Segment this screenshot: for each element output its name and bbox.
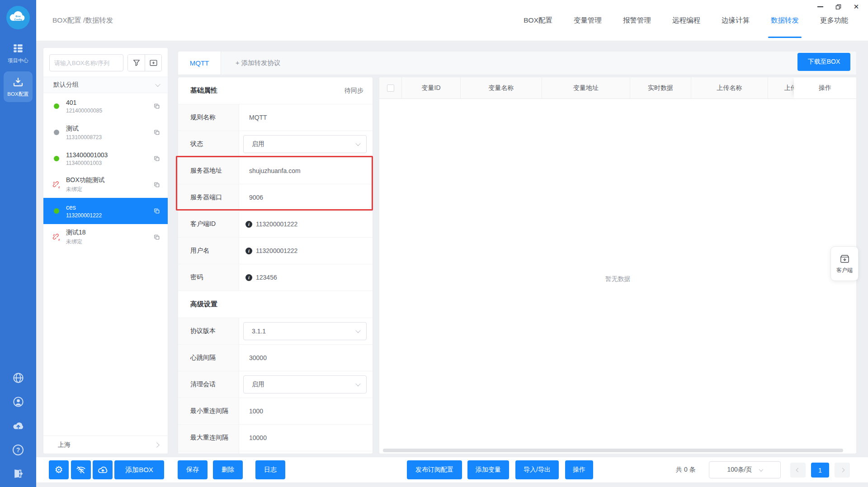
unbound-broken-link-icon xyxy=(52,233,61,242)
field-value[interactable]: 1000 xyxy=(249,407,263,415)
field-value[interactable]: shujuzhuanfa.com xyxy=(249,167,301,174)
minimize-icon[interactable] xyxy=(811,0,829,14)
operation-button[interactable]: 操作 xyxy=(565,460,593,479)
sidebar-item-project-center[interactable]: 项目中心 xyxy=(0,42,36,64)
section-title: 基础属性 xyxy=(190,86,217,95)
copy-icon[interactable] xyxy=(153,103,160,110)
restore-icon[interactable] xyxy=(829,0,847,14)
nav-tab-4[interactable]: 边缘计算 xyxy=(722,0,750,41)
wifi-off-icon xyxy=(76,465,86,475)
select-状态[interactable]: 启用 xyxy=(243,135,367,153)
select-value: 启用 xyxy=(252,380,264,389)
copy-icon[interactable] xyxy=(153,207,160,215)
field-value[interactable]: 10000 xyxy=(249,434,267,441)
status-online-dot xyxy=(54,103,59,109)
nav-tab-0[interactable]: BOX配置 xyxy=(524,0,552,41)
add-box-button[interactable]: 添加BOX xyxy=(114,460,164,479)
copy-icon[interactable] xyxy=(153,181,160,188)
region-row[interactable]: 上海 xyxy=(43,435,168,454)
add-variable-button[interactable]: 添加变量 xyxy=(467,460,509,479)
chevron-down-icon xyxy=(355,381,360,386)
add-protocol-tab[interactable]: + 添加转发协议 xyxy=(236,52,281,75)
box-list-item[interactable]: 测试18未绑定 xyxy=(43,224,168,250)
prev-page-button[interactable] xyxy=(790,463,806,478)
group-header[interactable]: 默认分组 xyxy=(43,77,168,93)
field-value-cell: i123456 xyxy=(239,264,373,290)
client-download-box-icon xyxy=(839,253,851,264)
scrollbar-thumb[interactable] xyxy=(383,449,843,452)
next-page-button[interactable] xyxy=(835,463,850,478)
globe-icon[interactable] xyxy=(12,372,24,384)
log-button[interactable]: 日志 xyxy=(255,460,285,479)
info-icon[interactable]: i xyxy=(245,221,252,228)
mqtt-config-form: 基础属性待同步规则名称MQTT状态启用服务器地址shujuzhuanfa.com… xyxy=(178,77,373,454)
copy-icon[interactable] xyxy=(153,234,160,241)
page-size-select[interactable]: 100条/页 xyxy=(709,461,781,478)
close-icon[interactable]: ✕ xyxy=(847,0,865,14)
section-header-0: 基础属性待同步 xyxy=(178,77,373,104)
field-value[interactable]: 113200001222 xyxy=(256,247,297,254)
box-status xyxy=(52,155,61,163)
save-button[interactable]: 保存 xyxy=(178,460,208,479)
form-row: 状态启用 xyxy=(178,131,373,158)
network-button[interactable] xyxy=(71,460,91,479)
svg-text:Config: Config xyxy=(14,18,22,21)
settings-button[interactable]: ⚙ xyxy=(49,460,69,479)
client-float-label: 客户端 xyxy=(836,267,853,274)
table-header-row: 变量ID变量名称变量地址实时数据上传名称上传 xyxy=(379,77,856,99)
box-list-item[interactable]: 测试113100008723 xyxy=(43,119,168,145)
form-row: 规则名称MQTT xyxy=(178,104,373,131)
app-logo[interactable]: Box Config xyxy=(6,5,30,30)
sidebar-item-box-config[interactable]: BOX配置 xyxy=(4,71,33,102)
box-list-item[interactable]: 113400001003113400001003 xyxy=(43,145,168,172)
box-serial: 未绑定 xyxy=(66,186,168,193)
field-value[interactable]: 9006 xyxy=(249,194,263,201)
field-value-cell: 10000 xyxy=(239,425,373,451)
filter-button[interactable] xyxy=(128,55,145,71)
client-float-button[interactable]: 客户端 xyxy=(830,246,859,281)
field-value-cell: 9006 xyxy=(239,184,373,211)
user-icon[interactable] xyxy=(12,396,24,408)
nav-tab-2[interactable]: 报警管理 xyxy=(623,0,651,41)
box-serial: 121400000085 xyxy=(66,108,168,114)
download-tray-icon xyxy=(12,77,24,88)
info-icon[interactable]: i xyxy=(245,274,252,281)
import-export-button[interactable]: 导入/导出 xyxy=(515,460,559,479)
form-row: 心跳间隔30000 xyxy=(178,345,373,371)
copy-icon[interactable] xyxy=(153,155,160,162)
logout-icon[interactable] xyxy=(12,468,24,480)
select-all-checkbox[interactable] xyxy=(387,84,394,92)
current-page-button[interactable]: 1 xyxy=(811,463,829,478)
delete-button[interactable]: 删除 xyxy=(213,460,243,479)
field-value[interactable]: 123456 xyxy=(256,274,277,281)
box-list-item[interactable]: ces113200001222 xyxy=(43,198,168,224)
download-to-box-button[interactable]: 下载至BOX xyxy=(797,53,850,71)
horizontal-scrollbar[interactable] xyxy=(383,449,853,452)
select-清理会话[interactable]: 启用 xyxy=(243,375,367,393)
section-header-1: 高级设置 xyxy=(178,291,373,318)
add-group-button[interactable] xyxy=(145,55,161,71)
cloud-upload-icon[interactable] xyxy=(12,420,24,432)
info-icon[interactable]: i xyxy=(245,248,252,254)
box-search-input[interactable] xyxy=(49,54,123,71)
nav-tab-1[interactable]: 变量管理 xyxy=(574,0,602,41)
cloud-sync-button[interactable] xyxy=(93,460,113,479)
nav-tab-5[interactable]: 数据转发 xyxy=(771,0,799,41)
field-label: 状态 xyxy=(178,131,239,157)
field-value[interactable]: MQTT xyxy=(249,114,267,121)
nav-tab-3[interactable]: 远程编程 xyxy=(672,0,700,41)
box-list-item[interactable]: BOX功能测试未绑定 xyxy=(43,172,168,198)
box-list-item[interactable]: 401121400000085 xyxy=(43,93,168,119)
svg-text:Box: Box xyxy=(15,15,21,18)
tab-mqtt[interactable]: MQTT xyxy=(178,52,221,75)
field-value[interactable]: 30000 xyxy=(249,354,267,361)
pub-sub-config-button[interactable]: 发布订阅配置 xyxy=(407,460,462,479)
cloud-sync-icon xyxy=(98,465,108,475)
select-协议版本[interactable]: 3.1.1 xyxy=(243,322,367,340)
field-value[interactable]: 113200001222 xyxy=(256,220,297,228)
box-name: 测试18 xyxy=(66,229,168,237)
copy-icon[interactable] xyxy=(153,129,160,136)
column-header-operation: 操作 xyxy=(794,77,856,99)
box-serial: 113100008723 xyxy=(66,134,168,140)
help-icon[interactable]: ? xyxy=(12,444,24,456)
